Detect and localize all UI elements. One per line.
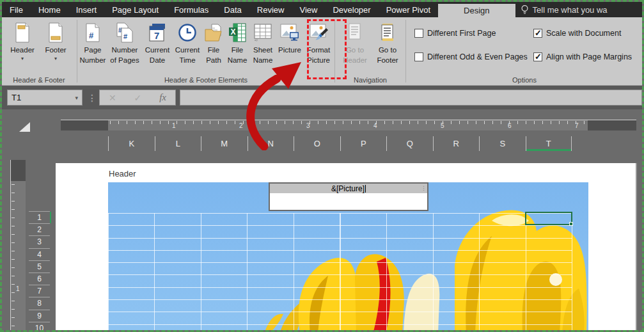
checkbox-checked-icon[interactable] <box>533 52 542 61</box>
column-header-l[interactable]: L <box>155 136 201 151</box>
column-header-n[interactable]: N <box>247 136 294 151</box>
name-box[interactable]: T1 ▾ <box>7 90 82 106</box>
checkbox-checked-icon[interactable] <box>533 29 542 38</box>
ruler-number: 2 <box>239 122 243 129</box>
tab-developer[interactable]: Developer <box>325 2 378 17</box>
ruler-number: 6 <box>508 122 512 129</box>
column-header-q[interactable]: Q <box>386 136 433 151</box>
row-header-10[interactable]: 10 <box>29 322 50 332</box>
file-name-label1: File <box>232 46 244 54</box>
sheet-name-icon <box>253 21 272 44</box>
insert-function-icon[interactable]: fx <box>159 92 166 103</box>
number-of-pages-label1: Number <box>112 46 138 54</box>
select-all-corner-icon[interactable] <box>19 122 30 132</box>
group-label-header-footer: Header & Footer <box>2 76 76 84</box>
checkbox-scale-with-document[interactable]: Scale with Document <box>533 29 621 38</box>
current-time-button[interactable]: Current Time <box>173 19 202 74</box>
formula-input[interactable] <box>180 90 642 106</box>
tab-review[interactable]: Review <box>249 2 292 17</box>
tab-formulas[interactable]: Formulas <box>166 2 216 17</box>
file-name-button[interactable]: X File Name <box>225 19 249 74</box>
tell-me-box[interactable]: Tell me what you wa <box>515 2 613 17</box>
row-header-2[interactable]: 2 <box>29 224 50 236</box>
number-of-pages-icon: ## <box>116 21 134 44</box>
current-date-button[interactable]: 7 Current Date <box>142 19 173 74</box>
checkbox-icon[interactable] <box>414 52 423 61</box>
picture-button[interactable]: Picture <box>276 19 303 74</box>
checkbox-different-first-page[interactable]: Different First Page <box>414 29 496 38</box>
format-picture-button[interactable]: Format Picture <box>303 19 334 74</box>
tab-data[interactable]: Data <box>216 2 249 17</box>
tab-home[interactable]: Home <box>31 2 68 17</box>
checkbox-icon[interactable] <box>414 29 423 38</box>
number-of-pages-button[interactable]: ## Number of Pages <box>107 19 142 74</box>
header-section-label: Header <box>109 169 136 178</box>
column-header-r[interactable]: R <box>433 136 480 151</box>
tab-page-layout[interactable]: Page Layout <box>104 2 166 17</box>
file-path-button[interactable]: File Path <box>202 19 225 74</box>
row-header-6[interactable]: 6 <box>29 273 50 285</box>
tab-view[interactable]: View <box>292 2 325 17</box>
footer-button-label: Footer <box>45 46 66 54</box>
go-to-header-label1: Go to <box>346 46 364 54</box>
group-label-navigation: Navigation <box>336 76 405 84</box>
header-button[interactable]: Header ▾ <box>6 19 39 74</box>
ruler-number: 4 <box>373 122 377 129</box>
checkbox-label: Align with Page Margins <box>546 52 632 61</box>
fill-handle[interactable] <box>569 222 573 226</box>
file-name-icon: X <box>228 21 246 44</box>
formula-bar-grip-icon[interactable]: ⋮ <box>88 90 97 106</box>
current-date-label1: Current <box>145 46 169 54</box>
group-label-elements: Header & Footer Elements <box>78 76 334 84</box>
page-number-button[interactable]: # Page Number <box>78 19 107 74</box>
formula-buttons: ✕ ✓ fx <box>99 90 176 106</box>
column-header-p[interactable]: P <box>340 136 387 151</box>
header-button-label: Header <box>10 46 35 54</box>
svg-text:X: X <box>231 28 236 36</box>
row-header-4[interactable]: 4 <box>29 249 50 261</box>
dropdown-arrow-icon: ▾ <box>21 56 24 61</box>
checkbox-different-odd-even[interactable]: Different Odd & Even Pages <box>414 52 528 61</box>
row-header-5[interactable]: 5 <box>29 261 50 273</box>
tab-design[interactable]: Design <box>438 4 515 17</box>
name-box-dropdown-icon[interactable]: ▾ <box>75 95 78 101</box>
format-picture-label1: Format <box>307 46 330 54</box>
header-center-section[interactable]: &[Picture] ⋮ <box>269 182 428 211</box>
svg-text:#: # <box>123 33 127 40</box>
name-box-value: T1 <box>12 93 21 102</box>
picture-label1: Picture <box>278 46 301 54</box>
svg-text:#: # <box>89 31 94 40</box>
go-to-footer-button[interactable]: Go to Footer <box>372 19 403 74</box>
group-header-footer-elements: # Page Number ## Number of Pages 7 Curre… <box>78 17 334 85</box>
tab-insert[interactable]: Insert <box>68 2 105 17</box>
column-header-o[interactable]: O <box>294 136 340 151</box>
column-header-m[interactable]: M <box>201 136 247 151</box>
enter-icon[interactable]: ✓ <box>134 93 142 103</box>
tab-power-pivot[interactable]: Power Pivot <box>379 2 438 17</box>
column-header-t-selected[interactable]: T <box>526 136 572 151</box>
row-header-3[interactable]: 3 <box>29 236 50 248</box>
formula-bar-row: T1 ▾ ⋮ ✕ ✓ fx <box>2 86 642 109</box>
footer-button[interactable]: Footer ▾ <box>39 19 72 74</box>
tab-file[interactable]: File <box>2 2 31 17</box>
group-options: Different First Page Different Odd & Eve… <box>407 17 642 85</box>
row-header-8[interactable]: 8 <box>29 297 50 310</box>
column-header-s[interactable]: S <box>479 136 526 151</box>
group-navigation: Go to Header Go to Footer Navigation <box>336 17 405 85</box>
header-field-strip[interactable]: &[Picture] <box>270 184 427 193</box>
checkbox-align-with-page-margins[interactable]: Align with Page Margins <box>533 52 632 61</box>
row-header-7[interactable]: 7 <box>29 285 50 297</box>
current-time-icon <box>178 21 197 44</box>
row-header-1-selected[interactable]: 1 <box>29 212 50 224</box>
sheet-name-button[interactable]: Sheet Name <box>249 19 276 74</box>
row-header-9[interactable]: 9 <box>29 310 50 322</box>
selected-cell-t1[interactable] <box>525 212 572 225</box>
cancel-icon[interactable]: ✕ <box>109 93 116 103</box>
page-number-icon: # <box>85 21 100 44</box>
current-time-label1: Current <box>175 46 200 54</box>
file-path-icon <box>204 21 223 44</box>
format-picture-label2: Picture <box>307 56 330 65</box>
group-separator <box>405 20 406 83</box>
column-header-k[interactable]: K <box>108 136 155 151</box>
go-to-footer-label2: Footer <box>377 56 398 65</box>
